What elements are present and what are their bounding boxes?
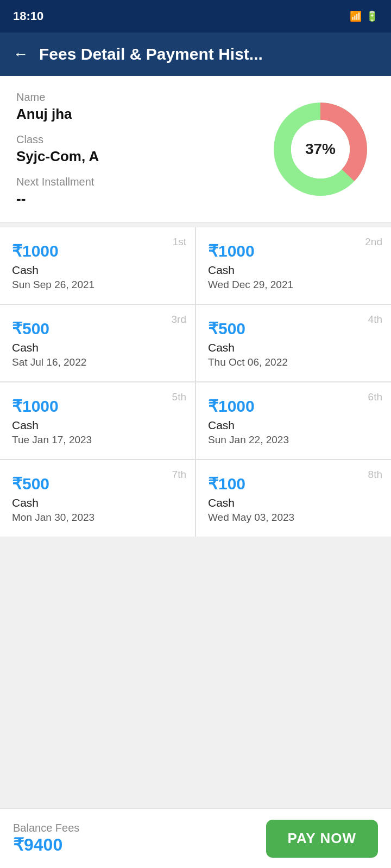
status-icons: 📶 🔋: [350, 10, 378, 22]
payment-card: 7th ₹500 Cash Mon Jan 30, 2023: [0, 460, 195, 537]
payment-amount: ₹500: [208, 319, 379, 338]
class-label: Class: [16, 133, 266, 146]
payment-method: Cash: [12, 264, 183, 277]
payment-method: Cash: [208, 264, 379, 277]
payment-card: 8th ₹100 Cash Wed May 03, 2023: [196, 460, 391, 537]
payment-amount: ₹500: [12, 319, 183, 338]
payment-date: Mon Jan 30, 2023: [12, 512, 183, 524]
app-bar: ← Fees Detail & Payment Hist...: [0, 33, 391, 76]
student-details: Name Anuj jha Class Syjc-Com, A Next Ins…: [16, 91, 266, 207]
installment-badge: 3rd: [172, 314, 186, 326]
balance-amount: ₹9400: [13, 834, 62, 855]
payment-date: Wed Dec 29, 2021: [208, 279, 379, 291]
name-value: Anuj jha: [16, 106, 266, 123]
payment-date: Tue Jan 17, 2023: [12, 434, 183, 446]
battery-icon: 🔋: [366, 10, 378, 22]
status-bar: 18:10 📶 🔋: [0, 0, 391, 33]
payment-card: 2nd ₹1000 Cash Wed Dec 29, 2021: [196, 227, 391, 304]
payment-amount: ₹1000: [208, 241, 379, 260]
installment-value: --: [16, 190, 266, 207]
payment-method: Cash: [208, 341, 379, 354]
payment-amount: ₹100: [208, 474, 379, 493]
installment-label: Next Installment: [16, 176, 266, 188]
payment-card: 1st ₹1000 Cash Sun Sep 26, 2021: [0, 227, 195, 304]
payment-amount: ₹500: [12, 474, 183, 493]
pay-now-button[interactable]: PAY NOW: [266, 820, 378, 858]
payment-card: 4th ₹500 Cash Thu Oct 06, 2022: [196, 305, 391, 381]
back-button[interactable]: ←: [13, 46, 28, 63]
installment-badge: 4th: [368, 314, 382, 326]
payment-card: 3rd ₹500 Cash Sat Jul 16, 2022: [0, 305, 195, 381]
student-info-card: Name Anuj jha Class Syjc-Com, A Next Ins…: [0, 76, 391, 223]
payment-card: 5th ₹1000 Cash Tue Jan 17, 2023: [0, 382, 195, 459]
installment-badge: 7th: [172, 469, 186, 481]
payment-card: 6th ₹1000 Cash Sun Jan 22, 2023: [196, 382, 391, 459]
installment-badge: 5th: [172, 391, 186, 403]
page-title: Fees Detail & Payment Hist...: [39, 45, 378, 63]
fees-donut-chart: 37%: [266, 95, 375, 203]
payment-method: Cash: [208, 496, 379, 509]
payment-date: Sat Jul 16, 2022: [12, 356, 183, 368]
payment-method: Cash: [12, 341, 183, 354]
payment-date: Wed May 03, 2023: [208, 512, 379, 524]
balance-label: Balance Fees: [13, 822, 79, 834]
payment-date: Sun Sep 26, 2021: [12, 279, 183, 291]
payment-grid: 1st ₹1000 Cash Sun Sep 26, 2021 2nd ₹100…: [0, 227, 391, 537]
class-value: Syjc-Com, A: [16, 148, 266, 165]
payment-amount: ₹1000: [12, 241, 183, 260]
installment-badge: 2nd: [365, 236, 382, 248]
name-label: Name: [16, 91, 266, 104]
installment-badge: 8th: [368, 469, 382, 481]
installment-badge: 6th: [368, 391, 382, 403]
balance-section: Balance Fees ₹9400: [13, 822, 255, 855]
payment-amount: ₹1000: [12, 397, 183, 416]
chart-percent-text: 37%: [305, 141, 336, 158]
status-time: 18:10: [13, 9, 43, 23]
payment-method: Cash: [208, 419, 379, 432]
payment-date: Thu Oct 06, 2022: [208, 356, 379, 368]
payment-method: Cash: [12, 419, 183, 432]
payment-amount: ₹1000: [208, 397, 379, 416]
installment-badge: 1st: [173, 236, 186, 248]
payment-date: Sun Jan 22, 2023: [208, 434, 379, 446]
wifi-icon: 📶: [350, 10, 362, 22]
bottom-bar: Balance Fees ₹9400 PAY NOW: [0, 808, 391, 868]
payment-method: Cash: [12, 496, 183, 509]
